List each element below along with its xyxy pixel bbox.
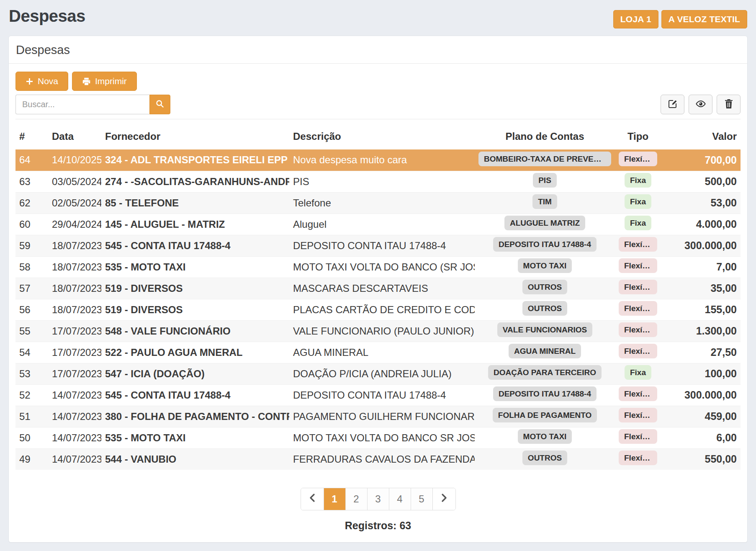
plan-badge: TIM (532, 194, 557, 209)
row-value: 7,00 (661, 256, 741, 278)
search-input[interactable] (15, 95, 149, 114)
table-row[interactable]: 51 14/07/2023 380 - FOLHA DE PAGAMENTO -… (15, 406, 741, 427)
type-badge: Flexível (619, 258, 657, 273)
plan-badge: DEPOSITO ITAU 17488-4 (493, 237, 597, 252)
pagination-page[interactable]: 2 (345, 488, 367, 510)
type-badge: Flexível (619, 152, 657, 166)
trash-icon (724, 99, 733, 110)
row-id: 56 (15, 299, 48, 320)
row-supplier: 548 - VALE FUNCIONÁRIO (101, 320, 289, 342)
pagination-page[interactable]: 5 (411, 488, 432, 510)
row-plan: AGUA MINERAL (475, 342, 615, 363)
table-row[interactable]: 59 18/07/2023 545 - CONTA ITAU 17488-4 D… (15, 235, 741, 256)
view-button[interactable] (689, 95, 712, 114)
type-badge: Flexível (619, 280, 657, 294)
table-row[interactable]: 53 17/07/2023 547 - ICIA (DOAÇÃO) DOAÇÃO… (15, 363, 741, 384)
table-row[interactable]: 58 18/07/2023 535 - MOTO TAXI MOTO TAXI … (15, 256, 741, 278)
plan-badge: MOTO TAXI (518, 429, 572, 444)
row-supplier: 535 - MOTO TAXI (101, 427, 289, 448)
row-id: 64 (15, 149, 48, 171)
type-badge: Flexível (619, 429, 657, 444)
column-header: Fornecedor (101, 119, 289, 149)
new-expense-label: Nova (38, 76, 58, 86)
row-supplier: 519 - DIVERSOS (101, 278, 289, 299)
expenses-card: Despesas Nova Imprimir (8, 36, 748, 543)
pagination-wrap: 12345 (15, 488, 741, 510)
plan-badge: BOMBEIRO-TAXA DE PREVEN … (478, 152, 611, 166)
row-plan: BOMBEIRO-TAXA DE PREVEN … (475, 149, 615, 171)
row-id: 63 (15, 171, 48, 192)
row-id: 57 (15, 278, 48, 299)
table-row[interactable]: 64 14/10/2025 324 - ADL TRANSPORTES EIRE… (15, 149, 741, 171)
table-row[interactable]: 55 17/07/2023 548 - VALE FUNCIONÁRIO VAL… (15, 320, 741, 342)
table-row[interactable]: 56 18/07/2023 519 - DIVERSOS PLACAS CART… (15, 299, 741, 320)
row-type: Flexível (615, 299, 661, 320)
row-date: 14/10/2025 (48, 149, 101, 171)
row-plan: DEPOSITO ITAU 17488-4 (475, 235, 615, 256)
row-date: 18/07/2023 (48, 278, 101, 299)
table-row[interactable]: 63 03/05/2024 274 - -SACOLITAS-GARANHUNS… (15, 171, 741, 192)
table-row[interactable]: 54 17/07/2023 522 - PAULO AGUA MNERAL AG… (15, 342, 741, 363)
row-plan: PIS (475, 171, 615, 192)
records-count: Registros: 63 (15, 520, 741, 532)
row-value: 459,00 (661, 406, 741, 427)
table-row[interactable]: 60 29/04/2024 145 - ALUGUEL - MATRIZ Alu… (15, 214, 741, 235)
row-type: Flexível (615, 278, 661, 299)
plan-badge: FOLHA DE PAGAMENTO (493, 408, 597, 422)
plan-badge: OUTROS (522, 301, 567, 316)
table-row[interactable]: 52 14/07/2023 545 - CONTA ITAU 17488-4 D… (15, 384, 741, 406)
store-button[interactable]: LOJA 1 (613, 10, 658, 28)
row-value: 1.300,00 (661, 320, 741, 342)
row-plan: TIM (475, 192, 615, 214)
row-id: 60 (15, 214, 48, 235)
row-value: 300.000,00 (661, 235, 741, 256)
search-group (15, 95, 170, 114)
search-row (15, 95, 741, 114)
type-badge: Flexível (619, 322, 657, 337)
plan-badge: OUTROS (522, 451, 567, 465)
row-plan: MOTO TAXI (475, 427, 615, 448)
plan-badge: AGUA MINERAL (509, 344, 581, 358)
row-value: 300.000,00 (661, 384, 741, 406)
pagination-page[interactable]: 1 (324, 488, 345, 510)
row-type: Flexível (615, 149, 661, 171)
table-row[interactable]: 49 14/07/2023 544 - VANUBIO FERRADURAS C… (15, 448, 741, 470)
page-title: Despesas (9, 7, 85, 25)
plus-icon (26, 77, 33, 85)
row-date: 18/07/2023 (48, 299, 101, 320)
pagination-page[interactable]: 3 (367, 488, 389, 510)
row-date: 14/07/2023 (48, 448, 101, 470)
table-row[interactable]: 50 14/07/2023 535 - MOTO TAXI MOTO TAXI … (15, 427, 741, 448)
row-description: DEPOSITO CONTA ITAU 17488-4 (289, 235, 475, 256)
row-value: 550,00 (661, 448, 741, 470)
row-description: Telefone (289, 192, 475, 214)
row-plan: OUTROS (475, 299, 615, 320)
row-type: Flexível (615, 256, 661, 278)
new-expense-button[interactable]: Nova (15, 72, 68, 91)
pagination-page[interactable]: 4 (389, 488, 411, 510)
row-supplier: 380 - FOLHA DE PAGAMENTO - CONTRA-CH… (101, 406, 289, 427)
pagination-next[interactable] (432, 488, 455, 510)
print-button[interactable]: Imprimir (72, 72, 137, 91)
column-header: Descrição (289, 119, 475, 149)
delete-button[interactable] (717, 95, 741, 114)
table-row[interactable]: 62 02/05/2024 85 - TELEFONE Telefone TIM… (15, 192, 741, 214)
type-badge: Fixa (625, 173, 651, 188)
table-body: 64 14/10/2025 324 - ADL TRANSPORTES EIRE… (15, 149, 741, 470)
row-date: 03/05/2024 (48, 171, 101, 192)
pagination-prev[interactable] (301, 488, 324, 510)
company-button[interactable]: A VELOZ TEXTIL (661, 10, 747, 28)
search-button[interactable] (149, 95, 170, 114)
row-type: Flexível (615, 448, 661, 470)
row-date: 18/07/2023 (48, 235, 101, 256)
row-type: Flexível (615, 406, 661, 427)
row-supplier: 85 - TELEFONE (101, 192, 289, 214)
row-description: PIS (289, 171, 475, 192)
row-type: Flexível (615, 384, 661, 406)
table-row[interactable]: 57 18/07/2023 519 - DIVERSOS MASCARAS DE… (15, 278, 741, 299)
type-badge: Flexível (619, 408, 657, 422)
column-header: Tipo (615, 119, 661, 149)
row-description: FERRADURAS CAVALOS DA FAZENDA (289, 448, 475, 470)
type-badge: Flexível (619, 451, 657, 465)
edit-button[interactable] (661, 95, 684, 114)
